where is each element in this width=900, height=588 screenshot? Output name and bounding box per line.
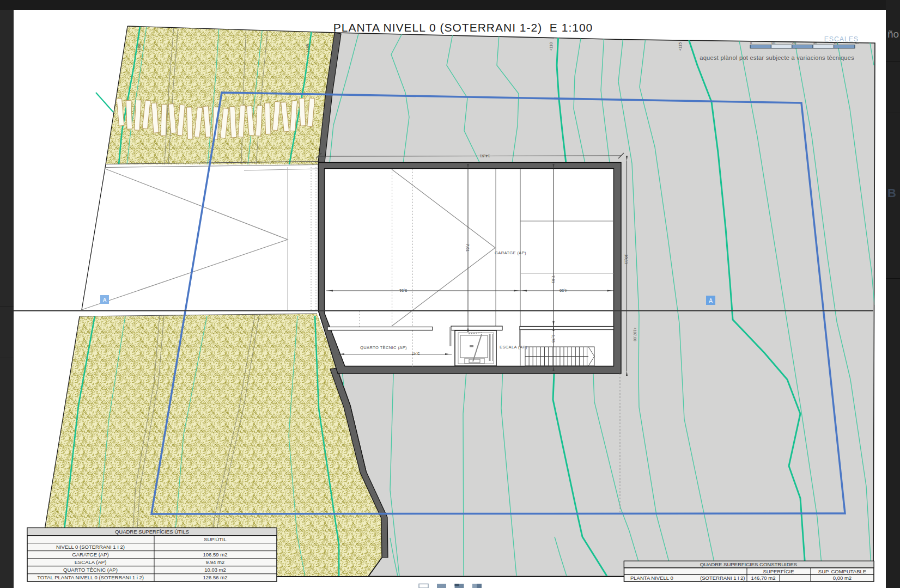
- svg-text:ESCALA (AP): ESCALA (AP): [75, 559, 107, 565]
- svg-text:ESCALA (AP): ESCALA (AP): [500, 345, 527, 350]
- svg-text:QUARTO TÈCNIC (AP): QUARTO TÈCNIC (AP): [360, 345, 407, 350]
- svg-text:PLANTA NIVELL 0 (SOTERRANI 1-2: PLANTA NIVELL 0 (SOTERRANI 1-2) E 1:100: [333, 21, 593, 34]
- svg-text:A: A: [709, 298, 713, 304]
- svg-text:2m: 2m: [792, 41, 796, 45]
- svg-text:7,61: 7,61: [551, 275, 556, 284]
- svg-text:GARATGE (AP): GARATGE (AP): [72, 552, 108, 558]
- svg-text:aquest plànol pot estar subjec: aquest plànol pot estar subjecte a varia…: [700, 54, 854, 61]
- svg-text:4,50: 4,50: [560, 288, 568, 293]
- svg-text:10,11: 10,11: [624, 254, 629, 264]
- svg-text:14,61: 14,61: [480, 154, 490, 158]
- svg-text:126.56 m2: 126.56 m2: [203, 574, 228, 580]
- svg-text:GARATGE (AP): GARATGE (AP): [495, 250, 526, 255]
- svg-text:+110: +110: [549, 42, 554, 51]
- svg-text:1,75: 1,75: [551, 335, 556, 343]
- svg-text:(SOTERRANI 1 i 2): (SOTERRANI 1 i 2): [700, 575, 745, 581]
- svg-text:PLANTA NIVELL 0: PLANTA NIVELL 0: [630, 575, 673, 581]
- svg-text:SUPERFÍCIE: SUPERFÍCIE: [763, 568, 794, 574]
- svg-text:4m: 4m: [834, 41, 838, 45]
- svg-text:NIVELL 0 (SOTERRANI 1 I 2): NIVELL 0 (SOTERRANI 1 I 2): [56, 544, 125, 550]
- svg-text:0: 0: [750, 41, 752, 45]
- svg-text:1m: 1m: [771, 41, 775, 45]
- svg-text:SUP. COMPUTABLE: SUP. COMPUTABLE: [818, 568, 866, 574]
- svg-text:0,00 m2: 0,00 m2: [833, 575, 852, 581]
- svg-text:QUARTO TÈCNIC (AP): QUARTO TÈCNIC (AP): [63, 567, 118, 573]
- svg-text:+105: +105: [306, 44, 310, 52]
- svg-text:10.03 m2: 10.03 m2: [204, 567, 226, 573]
- svg-text:QUADRE SUPERFÍCIES ÚTILS: QUADRE SUPERFÍCIES ÚTILS: [115, 529, 189, 535]
- svg-text:A: A: [103, 297, 107, 303]
- svg-text:+100: +100: [137, 44, 142, 52]
- svg-text:9.94 m2: 9.94 m2: [206, 559, 224, 565]
- svg-text:3m: 3m: [813, 41, 817, 45]
- svg-text:106.59 m2: 106.59 m2: [203, 552, 228, 558]
- svg-text:146,70 m2: 146,70 m2: [751, 575, 776, 581]
- svg-text:TOTAL PLANTA NIVELL 0 (SOTERRA: TOTAL PLANTA NIVELL 0 (SOTERRANI 1 i 2): [37, 574, 144, 580]
- svg-text:SUP.ÚTIL: SUP.ÚTIL: [204, 536, 227, 542]
- svg-text:+107,00: +107,00: [633, 327, 637, 341]
- svg-text:5m: 5m: [855, 41, 859, 45]
- svg-text:+115: +115: [678, 42, 683, 51]
- svg-text:QUADRE SUPERFICIES CONSTRUIDES: QUADRE SUPERFICIES CONSTRUIDES: [700, 561, 797, 567]
- svg-text:5,47: 5,47: [412, 351, 420, 356]
- svg-text:ESCALES: ESCALES: [824, 35, 859, 43]
- svg-text:9,51: 9,51: [399, 288, 408, 293]
- svg-text:7,61: 7,61: [465, 244, 470, 252]
